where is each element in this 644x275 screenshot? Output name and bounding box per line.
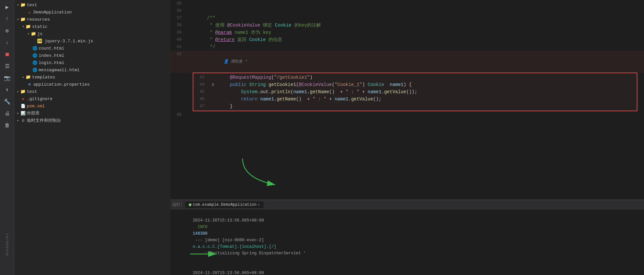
console-tab[interactable]: com.example.DemoApplication ✕ — [185, 201, 263, 208]
folder-icon: 📁 — [26, 74, 31, 80]
bar-chart-icon: 📊 — [20, 111, 26, 116]
line-content: return name1.getName() + " : " + name1.g… — [216, 95, 637, 103]
line-gutter: @ — [210, 81, 216, 88]
code-line-39: 39 * @param name1 作为 key — [170, 29, 644, 36]
line-number: 39 — [170, 29, 187, 36]
file-html-icon: 🌐 — [32, 53, 37, 58]
run-status-dot — [189, 203, 191, 206]
scroll-down-button[interactable]: ↓ — [1, 37, 13, 49]
menu-button[interactable]: ☰ — [1, 60, 13, 72]
stop-button[interactable]: ⏹ — [1, 49, 13, 60]
chevron-icon — [21, 75, 26, 79]
console-area: 运行: com.example.DemoApplication ✕ 2024-1… — [170, 200, 644, 275]
chevron-icon — [16, 89, 20, 94]
line-content: } — [216, 103, 637, 110]
file-html-icon: 🌐 — [32, 60, 37, 65]
tools-button[interactable]: 🔧 — [1, 96, 13, 108]
code-line-44: 44 @ public String getCookie1(@CookieVal… — [193, 81, 637, 88]
console-toolbar: 运行: com.example.DemoApplication ✕ — [170, 200, 644, 209]
console-icon: 🖥 — [20, 118, 26, 123]
print-button[interactable]: 🖨 — [1, 108, 13, 119]
highlighted-code-block: 43 @RequestMapping("/getCookie1") 44 @ p… — [193, 73, 637, 111]
tree-item-messagewall-html[interactable]: 🌐 messagewall.html — [14, 66, 170, 74]
code-line-47: 47 } — [193, 103, 637, 110]
line-content: @RequestMapping("/getCookie1") — [216, 74, 637, 81]
line-number: 46 — [193, 95, 210, 103]
tree-label-login-html: login.html — [39, 60, 64, 65]
settings-button[interactable]: ⚙ — [1, 25, 13, 37]
folder-icon: 📁 — [31, 31, 36, 36]
main-area: 35 36 37 /** 38 * 使用 @CookieVal — [170, 0, 644, 275]
file-xml-icon: 📄 — [20, 103, 26, 109]
code-line-41: 41 */ — [170, 43, 644, 51]
file-java-icon: ☕ — [27, 10, 32, 15]
file-js-icon: JS — [37, 39, 42, 43]
chevron-icon — [21, 24, 26, 29]
tree-item-test[interactable]: 📁 test — [14, 1, 170, 9]
line-number: 47 — [193, 103, 210, 110]
scroll-up-button[interactable]: ↑ — [1, 13, 13, 25]
green-arrow-overlay — [236, 159, 334, 200]
line-content: 👤 周吃鱼 * — [193, 51, 644, 73]
line-number: 40 — [170, 36, 187, 43]
line-content: /** — [193, 14, 644, 22]
code-line-36: 36 — [170, 7, 644, 14]
tree-label-pom: pom.xml — [27, 104, 45, 109]
chevron-icon — [26, 32, 31, 36]
tree-item-count-html[interactable]: 🌐 count.html — [14, 45, 170, 52]
code-line-48: 48 — [170, 111, 644, 118]
code-line-46: 46 return name1.getName() + " : " + name… — [193, 95, 637, 103]
tree-label-js: js — [37, 32, 43, 36]
tree-item-temp-console[interactable]: 🖥 临时文件和控制台 — [14, 117, 170, 124]
delete-button[interactable]: 🗑 — [1, 119, 13, 131]
file-tree-panel: 📁 test ☕ DemoApplication 📁 resources — [14, 0, 170, 275]
tree-item-jquery[interactable]: JS jquery-3.7.1.min.js — [14, 37, 170, 45]
chevron-icon — [16, 118, 20, 123]
tree-item-app-props[interactable]: ⚙ application.properties — [14, 81, 170, 88]
tree-label-temp-console: 临时文件和控制台 — [27, 117, 61, 123]
tree-item-pom[interactable]: 📄 pom.xml — [14, 102, 170, 110]
file-git-icon: ◈ — [20, 96, 26, 101]
tree-item-index-html[interactable]: 🌐 index.html — [14, 52, 170, 59]
code-lines: 35 36 37 /** 38 * 使用 @CookieVal — [170, 0, 644, 118]
tree-label-jquery: jquery-3.7.1.min.js — [45, 39, 93, 44]
file-html-icon: 🌐 — [32, 67, 37, 73]
tree-item-external-lib[interactable]: 📊 外部库 — [14, 110, 170, 117]
line-number: 43 — [193, 74, 210, 81]
close-icon[interactable]: ✕ — [258, 203, 260, 207]
tree-item-test2[interactable]: 📁 test — [14, 88, 170, 95]
line-number: 44 — [193, 81, 210, 88]
action-bar: ▶ ↑ ⚙ ↓ ⏹ ☰ 📷 ⬆ 🔧 🖨 🗑 Bookmarks — [0, 0, 14, 275]
tree-item-resources[interactable]: 📁 resources — [14, 16, 170, 23]
console-content: 2024-11-20T15:13:56.065+08:00 INFO 14830… — [170, 209, 644, 275]
tree-item-login-html[interactable]: 🌐 login.html — [14, 59, 170, 66]
run-button[interactable]: ▶ — [1, 1, 13, 13]
code-line-42: 42 👤 周吃鱼 * — [170, 51, 644, 73]
move-up-button[interactable]: ⬆ — [1, 84, 13, 96]
line-content: */ — [193, 43, 644, 51]
tree-item-js[interactable]: 📁 js — [14, 30, 170, 37]
line-number: 42 — [170, 51, 187, 58]
line-number: 41 — [170, 43, 187, 51]
tree-label-demoapplication: DemoApplication — [33, 10, 72, 15]
console-line-1: 2024-11-20T15:13:56.065+08:00 INFO 14830… — [173, 211, 641, 263]
line-content: * @param name1 作为 key — [193, 29, 644, 36]
tree-item-static[interactable]: 📁 static — [14, 23, 170, 30]
file-tree: 📁 test ☕ DemoApplication 📁 resources — [14, 0, 170, 275]
tree-label-resources: resources — [27, 17, 50, 22]
console-line-2: 2024-11-20T15:13:56.065+08:00 INFO 14830… — [173, 263, 641, 275]
folder-icon: 📁 — [20, 2, 26, 8]
tree-label-app-props: application.properties — [33, 82, 90, 87]
camera-button[interactable]: 📷 — [1, 72, 13, 84]
tree-label-gitignore: .gitignore — [27, 96, 52, 101]
console-run-label: 运行: — [172, 202, 183, 207]
tree-item-templates[interactable]: 📁 templates — [14, 74, 170, 81]
folder-icon: 📁 — [20, 89, 26, 94]
tree-label-test: test — [27, 3, 37, 8]
line-content: * @return 返回 Cookie 的信息 — [193, 36, 644, 43]
tree-item-demoapplication[interactable]: ☕ DemoApplication — [14, 9, 170, 16]
chevron-icon — [16, 17, 20, 22]
tree-item-gitignore[interactable]: ◈ .gitignore — [14, 95, 170, 102]
line-number: 36 — [170, 7, 187, 14]
file-props-icon: ⚙ — [27, 82, 32, 87]
